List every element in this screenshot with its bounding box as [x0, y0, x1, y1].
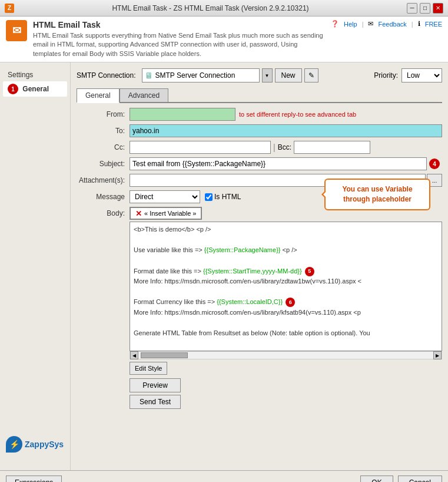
attachment-label: Attachment(s): [77, 176, 130, 184]
help-link[interactable]: Help [344, 21, 357, 28]
smtp-server-value: SMTP Server Connection [155, 71, 235, 80]
scroll-thumb[interactable] [141, 352, 188, 358]
priority-select[interactable]: Low Normal High [401, 68, 442, 82]
subject-row: Subject: 4 [77, 157, 442, 170]
ok-button[interactable]: OK [360, 476, 393, 482]
sidebar: Settings 1 General ⚡ ZappySys [0, 62, 71, 470]
from-label: From: [77, 110, 130, 118]
preview-send-wrapper: Preview Send Test [77, 378, 442, 409]
expressions-button[interactable]: Expressions [6, 476, 62, 482]
body-line-6: More Info: https://msdn.microsoft.com/en… [134, 308, 438, 318]
edit-style-button[interactable]: Edit Style [130, 362, 167, 375]
sidebar-item-settings[interactable]: Settings [3, 68, 67, 81]
app-title: HTML Email Task [33, 20, 325, 29]
zappysys-text: ZappySys [25, 440, 64, 449]
insert-variable-label: « Insert Variable » [144, 210, 196, 217]
footer-right: OK Cancel [360, 476, 442, 482]
insert-variable-button[interactable]: ✕ « Insert Variable » [130, 207, 202, 220]
body-row-wrapper: Body: ✕ « Insert Variable » <b>This is d… [77, 207, 442, 359]
header-content: HTML Email Task HTML Email Task supports… [33, 20, 325, 58]
cc-input[interactable] [130, 141, 271, 154]
from-field-wrapper: to set different reply-to see advanced t… [130, 108, 442, 121]
subject-input[interactable] [130, 157, 427, 170]
new-connection-button[interactable]: New [275, 68, 302, 82]
preview-send-spacer [77, 378, 130, 409]
smtp-connection-select[interactable]: 🖥 SMTP Server Connection [142, 68, 260, 82]
step-badge-1: 1 [8, 84, 18, 94]
cursor-indicator: | [273, 143, 276, 152]
free-link[interactable]: FREE [425, 21, 442, 28]
cc-bcc-row: Cc: | Bcc: [77, 141, 442, 154]
body-label: Body: [77, 207, 130, 359]
scroll-left-arrow[interactable]: ◀ [130, 351, 138, 359]
body-line-5: Format Currency like this => {{System::L… [134, 287, 438, 308]
body-line-7: Generate HTML Table from Resultset as be… [134, 318, 438, 339]
body-area-wrapper: <b>This is demo</b> <p /> Use variable l… [130, 222, 442, 351]
email-icon: ✉ [368, 20, 373, 28]
body-right-col: ✕ « Insert Variable » <b>This is demo</b… [130, 207, 442, 359]
main-layout: Settings 1 General ⚡ ZappySys SMTP Conne… [0, 62, 448, 470]
maximize-button[interactable]: □ [420, 3, 430, 14]
body-line-1: <b>This is demo</b> <p /> [134, 225, 438, 235]
minimize-button[interactable]: ─ [407, 3, 417, 14]
edit-style-row: Edit Style [77, 362, 442, 375]
to-input[interactable] [130, 124, 442, 137]
from-input[interactable] [130, 108, 235, 121]
edit-connection-button[interactable]: ✎ [304, 68, 318, 82]
message-type-select[interactable]: Direct Template File [130, 190, 200, 203]
sidebar-item-general[interactable]: 1 General [3, 81, 67, 97]
sidebar-label-general: General [22, 85, 49, 93]
scroll-track [138, 352, 433, 359]
body-line-8: To test below feature create an Object T… [134, 339, 438, 351]
to-row: To: [77, 124, 442, 137]
to-field-wrapper [130, 124, 442, 137]
preview-send-buttons: Preview Send Test [130, 378, 181, 409]
bcc-input[interactable] [294, 141, 370, 154]
step-badge-4: 4 [429, 159, 440, 169]
close-button[interactable]: ✕ [433, 3, 443, 14]
bcc-label: Bcc: [278, 143, 291, 151]
from-hint-text: to set different reply-to see advanced t… [239, 111, 356, 118]
smtp-connection-label: SMTP Connection: [77, 71, 136, 80]
horizontal-scrollbar[interactable]: ◀ ▶ [130, 351, 442, 359]
subject-field-wrapper: 4 [130, 157, 442, 170]
variable-tooltip: You can use Variable through placeholder [324, 179, 430, 210]
body-line-2: Use variable like this => {{System::Pack… [134, 235, 438, 256]
server-icon: 🖥 [145, 71, 153, 80]
preview-button[interactable]: Preview [130, 378, 181, 392]
smtp-row: SMTP Connection: 🖥 SMTP Server Connectio… [77, 68, 442, 82]
message-label: Message [77, 193, 130, 201]
sidebar-label-settings: Settings [8, 71, 33, 79]
is-html-wrapper: Is HTML [205, 193, 241, 201]
priority-section: Priority: Low Normal High [374, 68, 442, 82]
x-icon: ✕ [135, 209, 142, 218]
is-html-label: Is HTML [214, 193, 241, 201]
footer: Expressions OK Cancel [0, 470, 448, 482]
tab-advanced[interactable]: Advanced [120, 88, 168, 102]
help-icon: ❓ [331, 20, 339, 28]
info-icon: ℹ [418, 20, 420, 28]
smtp-select-wrapper: 🖥 SMTP Server Connection ▼ New ✎ [142, 68, 318, 82]
title-bar: Z HTML Email Task - ZS HTML Email Task (… [0, 0, 448, 16]
message-row: Message Direct Template File Is HTML You… [77, 190, 442, 203]
smtp-dropdown-arrow[interactable]: ▼ [262, 68, 273, 82]
send-test-button[interactable]: Send Test [130, 395, 181, 409]
header-links: ❓ Help | ✉ Feedback | ℹ FREE [331, 20, 442, 28]
separator2: | [412, 21, 413, 28]
to-label: To: [77, 127, 130, 135]
feedback-link[interactable]: Feedback [378, 21, 406, 28]
cancel-button[interactable]: Cancel [398, 476, 442, 482]
body-text-area[interactable]: <b>This is demo</b> <p /> Use variable l… [130, 222, 442, 351]
app-logo: ✉ [6, 20, 27, 41]
scroll-right-arrow[interactable]: ▶ [433, 351, 442, 359]
window-controls: ─ □ ✕ [407, 3, 443, 14]
body-line-4: More Info: https://msdn.microsoft.com/en… [134, 276, 438, 287]
tabs: General Advanced [77, 88, 442, 103]
zappysys-logo: ⚡ ZappySys [6, 436, 64, 453]
content-area: SMTP Connection: 🖥 SMTP Server Connectio… [71, 62, 448, 470]
app-icon: Z [5, 4, 14, 13]
is-html-checkbox[interactable] [205, 193, 213, 201]
zappysys-icon: ⚡ [6, 436, 22, 453]
tab-general[interactable]: General [77, 88, 120, 103]
from-row: From: to set different reply-to see adva… [77, 108, 442, 121]
